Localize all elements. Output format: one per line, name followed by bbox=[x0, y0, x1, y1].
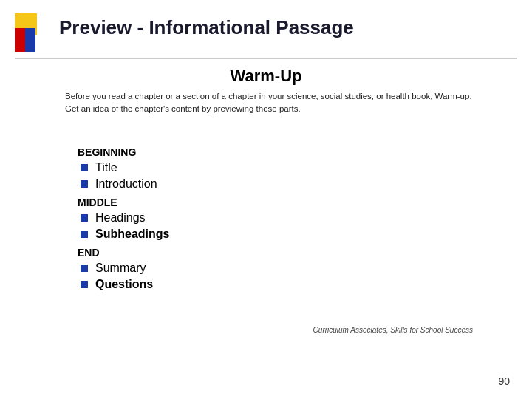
decorative-squares bbox=[15, 13, 53, 52]
list-item: Headings bbox=[78, 211, 169, 225]
page-container: Preview - Informational Passage Warm-Up … bbox=[0, 0, 532, 399]
citation-prefix: Curriculum Associates, bbox=[313, 326, 391, 334]
bullet-icon bbox=[81, 164, 88, 171]
item-headings: Headings bbox=[95, 211, 146, 225]
citation: Curriculum Associates, Skills for School… bbox=[313, 326, 473, 334]
section-middle: MIDDLE bbox=[78, 197, 169, 208]
bullet-icon bbox=[81, 265, 88, 272]
warmup-heading: Warm-Up bbox=[0, 66, 532, 86]
list-item: Introduction bbox=[78, 177, 169, 191]
page-number: 90 bbox=[498, 375, 510, 387]
blue-square bbox=[25, 28, 35, 52]
page-title: Preview - Informational Passage bbox=[59, 16, 354, 39]
list-item: Title bbox=[78, 161, 169, 174]
bullet-icon bbox=[81, 214, 88, 222]
red-square bbox=[15, 28, 25, 52]
item-introduction: Introduction bbox=[95, 177, 157, 191]
list-item: Summary bbox=[78, 262, 169, 275]
citation-italic: Skills for School Success bbox=[390, 326, 473, 334]
section-end: END bbox=[78, 247, 169, 259]
content-list: BEGINNING Title Introduction MIDDLE Head… bbox=[78, 140, 169, 294]
section-beginning: BEGINNING bbox=[78, 146, 169, 158]
item-questions: Questions bbox=[95, 278, 153, 291]
bullet-icon bbox=[81, 180, 88, 188]
list-item: Subheadings bbox=[78, 228, 169, 241]
item-subheadings: Subheadings bbox=[95, 228, 169, 241]
item-summary: Summary bbox=[95, 262, 146, 275]
bullet-icon bbox=[81, 231, 88, 238]
intro-text: Before you read a chapter or a section o… bbox=[65, 90, 488, 116]
title-rule bbox=[15, 58, 517, 59]
item-title: Title bbox=[95, 161, 117, 174]
list-item: Questions bbox=[78, 278, 169, 291]
bullet-icon bbox=[81, 281, 88, 288]
